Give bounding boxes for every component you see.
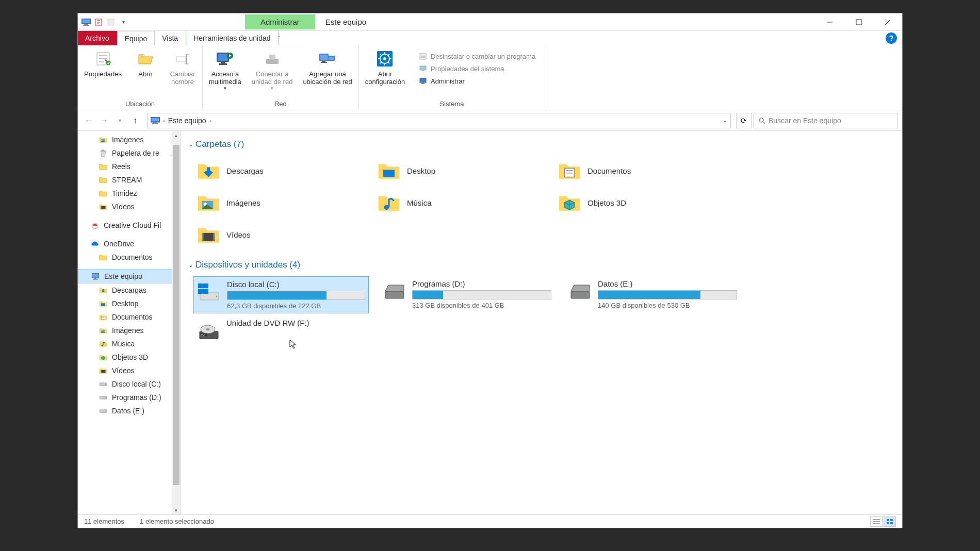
svg-rect-51 xyxy=(105,206,105,209)
drive-item[interactable]: Disco local (C:)62,3 GB disponibles de 2… xyxy=(193,276,369,313)
open-icon xyxy=(136,49,155,68)
sidebar-item[interactable]: Programas (D:) xyxy=(78,391,181,404)
refresh-button[interactable]: ⟳ xyxy=(736,113,752,128)
sidebar-item[interactable]: Creative Cloud Fil xyxy=(78,219,181,232)
close-button[interactable] xyxy=(873,13,902,31)
svg-rect-3 xyxy=(83,25,89,26)
maximize-button[interactable] xyxy=(844,13,873,31)
tab-vista[interactable]: Vista xyxy=(155,31,186,45)
scrollbar[interactable]: ▴▾ xyxy=(172,131,181,514)
qat-dropdown-icon[interactable]: ▾ xyxy=(118,17,128,27)
svg-rect-101 xyxy=(890,522,893,524)
folder-item[interactable]: Documentos xyxy=(554,156,725,186)
drive-icon xyxy=(99,379,108,389)
tree-label: OneDrive xyxy=(104,240,134,248)
sidebar-item[interactable]: Papelera de re📌 xyxy=(78,146,181,160)
ribbon-open[interactable]: Abrir xyxy=(130,48,161,99)
tree-label: Papelera de re xyxy=(112,149,159,157)
ribbon-system-props[interactable]: Propiedades del sistema xyxy=(417,63,536,74)
sidebar-item[interactable]: Descargas xyxy=(78,283,181,297)
back-button[interactable]: ← xyxy=(82,114,95,127)
qat-icon-3[interactable] xyxy=(106,17,116,27)
svg-rect-23 xyxy=(269,55,275,59)
address-dropdown-icon[interactable]: ⌄ xyxy=(723,117,727,124)
breadcrumb[interactable]: Este equipo xyxy=(168,116,206,125)
sidebar-item[interactable]: OneDrive xyxy=(78,237,181,251)
drive-item[interactable]: Programas (D:)313 GB disponibles de 401 … xyxy=(379,276,554,313)
ribbon-manage[interactable]: Administrar xyxy=(417,75,536,87)
recent-dropdown[interactable]: ▾ xyxy=(113,114,126,127)
ribbon-map-drive[interactable]: Conectar a unidad de red ▾ xyxy=(250,48,295,99)
crumb-separator[interactable]: › xyxy=(209,118,211,124)
details-view-button[interactable] xyxy=(870,516,883,527)
tab-archivo[interactable]: Archivo xyxy=(78,31,117,45)
sidebar-item[interactable]: Datos (E:) xyxy=(78,404,181,418)
ribbon-label: Agregar una ubicación de red xyxy=(303,70,352,86)
sidebar-item[interactable]: Timidez xyxy=(78,187,181,200)
sidebar-item[interactable]: Imágenes📌 xyxy=(78,133,181,146)
folder-item[interactable]: Imágenes xyxy=(193,188,364,218)
svg-rect-41 xyxy=(153,122,157,123)
help-button[interactable]: ? xyxy=(886,32,897,44)
sidebar-item[interactable]: Vídeos xyxy=(78,200,181,213)
sidebar-item[interactable]: Documentos xyxy=(78,310,181,324)
address-bar[interactable]: › Este equipo › ⌄ xyxy=(147,113,731,128)
ribbon-media-access[interactable]: Acceso a multimedia ▾ xyxy=(207,48,243,99)
sidebar-item[interactable]: Imágenes xyxy=(78,324,181,337)
minimize-button[interactable] xyxy=(815,13,844,31)
folders-group-header[interactable]: ⌄ Carpetas (7) xyxy=(188,136,895,153)
scroll-up-icon[interactable]: ▴ xyxy=(172,131,181,140)
forward-button[interactable]: → xyxy=(97,114,111,127)
list-label: Administrar xyxy=(431,77,465,85)
pictures-icon xyxy=(99,326,108,335)
devices-group-header[interactable]: ⌄ Dispositivos y unidades (4) xyxy=(188,257,895,273)
up-button[interactable]: ↑ xyxy=(128,114,142,127)
window-title: Este equipo xyxy=(325,18,366,26)
sidebar-item[interactable]: Reels xyxy=(78,160,181,173)
tree-label: Creative Cloud Fil xyxy=(104,221,161,229)
tab-equipo[interactable]: Equipo xyxy=(117,31,155,45)
svg-rect-5 xyxy=(108,19,114,25)
context-tab-manage[interactable]: Administrar xyxy=(245,14,315,29)
sidebar-item[interactable]: Este equipo xyxy=(78,269,181,283)
rename-icon xyxy=(173,49,192,68)
sidebar-item[interactable]: Documentos xyxy=(78,251,181,264)
ribbon-uninstall[interactable]: Desinstalar o cambiar un programa xyxy=(417,51,536,62)
navigation-pane[interactable]: Imágenes📌Papelera de re📌ReelsSTREAMTimid… xyxy=(78,131,181,514)
svg-rect-2 xyxy=(84,24,88,25)
sidebar-item[interactable]: Disco local (C:) xyxy=(78,377,181,391)
sidebar-item[interactable]: STREAM xyxy=(78,173,181,187)
drive-item[interactable]: DVDUnidad de DVD RW (F:) xyxy=(193,315,369,345)
folder-item[interactable]: Objetos 3D xyxy=(554,188,725,218)
folder-item[interactable]: Vídeos xyxy=(193,220,364,249)
properties-qat-icon[interactable] xyxy=(93,17,104,27)
svg-rect-50 xyxy=(101,206,102,209)
crumb-separator[interactable]: › xyxy=(163,118,165,124)
ribbon-label: Conectar a unidad de red xyxy=(252,70,293,86)
ribbon-properties[interactable]: Propiedades xyxy=(82,48,124,99)
drive-item[interactable]: Datos (E:)140 GB disponibles de 530 GB xyxy=(565,276,740,313)
ribbon-add-location[interactable]: Agregar una ubicación de red xyxy=(301,48,354,99)
list-label: Desinstalar o cambiar un programa xyxy=(431,53,535,60)
tab-herramientas[interactable]: Herramientas de unidad xyxy=(186,31,278,45)
ribbon-collapse-icon[interactable]: ˆ xyxy=(279,35,281,41)
folder-item[interactable]: Desktop xyxy=(374,156,544,186)
sidebar-item[interactable]: Objetos 3D xyxy=(78,350,181,364)
ribbon-open-settings[interactable]: Abrir configuración xyxy=(363,48,407,99)
ribbon-rename[interactable]: Cambiar nombre xyxy=(167,48,198,99)
sidebar-item[interactable]: Desktop xyxy=(78,297,181,310)
scroll-down-icon[interactable]: ▾ xyxy=(172,506,181,514)
svg-rect-34 xyxy=(421,56,425,58)
sidebar-item[interactable]: Vídeos xyxy=(78,364,181,377)
folder-item[interactable]: Descargas xyxy=(193,156,364,186)
search-box[interactable]: Buscar en Este equipo xyxy=(754,113,898,128)
svg-rect-98 xyxy=(887,519,889,521)
sidebar-item[interactable]: Música xyxy=(78,337,181,350)
svg-point-22 xyxy=(276,61,278,62)
tiles-view-button[interactable] xyxy=(884,516,896,527)
ribbon-label: Cambiar nombre xyxy=(170,70,195,86)
desktop-icon xyxy=(99,299,108,308)
content-pane[interactable]: ⌄ Carpetas (7) DescargasDesktopDocumento… xyxy=(181,131,902,514)
scroll-thumb[interactable] xyxy=(173,145,179,485)
folder-item[interactable]: Música xyxy=(374,188,544,218)
